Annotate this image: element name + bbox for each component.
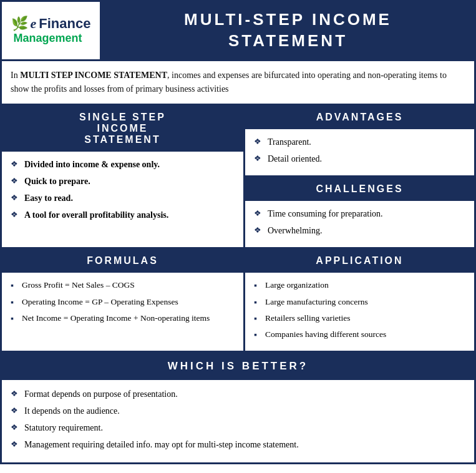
list-item: Management requiring detailed info. may … — [11, 438, 465, 451]
list-item: Net Income = Operating Income + Non-oper… — [11, 312, 235, 324]
two-col-section: SINGLE STEPINCOMESTATEMENT Divided into … — [2, 105, 474, 249]
application-body: Large organization Large manufacturing c… — [245, 273, 474, 351]
single-step-list: Divided into income & expense only. Quic… — [11, 158, 235, 222]
formulas-section: FORMULAS Gross Profit = Net Sales – COGS… — [2, 249, 474, 353]
logo-leaf-icon: 🌿 — [11, 16, 28, 32]
single-step-panel: SINGLE STEPINCOMESTATEMENT Divided into … — [2, 105, 245, 247]
list-item: Operating Income = GP – Operating Expens… — [11, 296, 235, 308]
logo-management-text: Management — [14, 32, 82, 45]
right-panel: ADVANTAGES Transparent. Detail oriented.… — [245, 105, 474, 247]
formulas-body: Gross Profit = Net Sales – COGS Operatin… — [2, 273, 243, 351]
which-better-section: WHICH IS BETTER? Format depends on purpo… — [2, 353, 474, 462]
logo-e: e — [31, 16, 37, 32]
list-item: Large manufacturing concerns — [254, 296, 465, 308]
single-step-header: SINGLE STEPINCOMESTATEMENT — [2, 105, 243, 152]
advantages-header: ADVANTAGES — [245, 105, 474, 129]
which-better-list: Format depends on purpose of presentatio… — [11, 388, 465, 451]
advantages-section: ADVANTAGES Transparent. Detail oriented. — [245, 105, 474, 177]
list-item: It depends on the audience. — [11, 404, 465, 417]
list-item: Divided into income & expense only. — [11, 158, 235, 171]
advantages-body: Transparent. Detail oriented. — [245, 129, 474, 175]
formulas-header: FORMULAS — [2, 249, 243, 273]
page-wrapper: 🌿 e Finance Management MULTI-STEP INCOME… — [0, 0, 476, 464]
list-item: Statutory requirement. — [11, 421, 465, 434]
list-item: Overwhelming. — [254, 224, 465, 237]
application-panel: APPLICATION Large organization Large man… — [245, 249, 474, 351]
list-item: Transparent. — [254, 135, 465, 149]
challenges-section: CHALLENGES Time consuming for preparatio… — [245, 177, 474, 247]
challenges-body: Time consuming for preparation. Overwhel… — [245, 201, 474, 247]
formulas-list: Gross Profit = Net Sales – COGS Operatin… — [11, 279, 235, 324]
intro-section: In MULTI STEP INCOME STATEMENT, incomes … — [2, 61, 474, 106]
title-box: MULTI-STEP INCOME STATEMENT — [102, 2, 474, 59]
list-item: Large organization — [254, 279, 465, 291]
formulas-panel: FORMULAS Gross Profit = Net Sales – COGS… — [2, 249, 245, 351]
application-list: Large organization Large manufacturing c… — [254, 279, 465, 341]
list-item: Quick to prepare. — [11, 175, 235, 188]
main-title: MULTI-STEP INCOME STATEMENT — [184, 9, 392, 52]
list-item: Detail oriented. — [254, 152, 465, 165]
which-better-header: WHICH IS BETTER? — [2, 353, 474, 380]
application-header: APPLICATION — [245, 249, 474, 273]
list-item: A tool for overall profitability analysi… — [11, 208, 235, 222]
list-item: Time consuming for preparation. — [254, 207, 465, 220]
list-item: Companies having different sources — [254, 328, 465, 341]
list-item: Format depends on purpose of presentatio… — [11, 388, 465, 401]
list-item: Retailers selling varieties — [254, 312, 465, 324]
logo-box: 🌿 e Finance Management — [2, 2, 102, 59]
list-item: Gross Profit = Net Sales – COGS — [11, 279, 235, 291]
which-better-body: Format depends on purpose of presentatio… — [2, 380, 474, 462]
intro-bold: MULTI STEP INCOME STATEMENT — [20, 71, 167, 80]
intro-prefix: In — [11, 71, 20, 80]
advantages-list: Transparent. Detail oriented. — [254, 135, 465, 165]
header: 🌿 e Finance Management MULTI-STEP INCOME… — [2, 2, 474, 61]
list-item: Easy to read. — [11, 192, 235, 205]
single-step-body: Divided into income & expense only. Quic… — [2, 152, 243, 247]
challenges-header: CHALLENGES — [245, 177, 474, 201]
challenges-list: Time consuming for preparation. Overwhel… — [254, 207, 465, 237]
logo-finance-text: Finance — [39, 16, 90, 32]
